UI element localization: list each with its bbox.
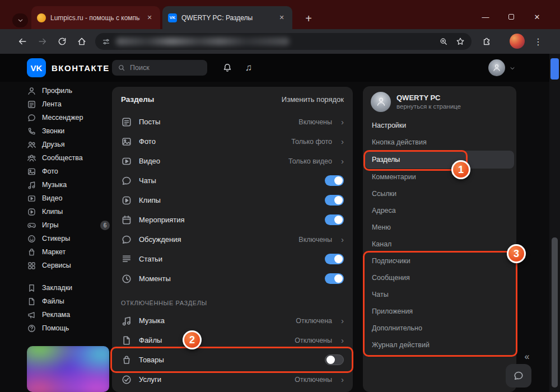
annotation-badge-1: 1 [451,160,470,179]
zoom-icon[interactable] [439,37,448,46]
section-row-events[interactable]: Мероприятия [112,210,353,230]
section-row-chats[interactable]: Чаты [112,171,353,190]
menu-item-links[interactable]: Ссылки [363,185,516,202]
tab-close-icon[interactable]: ✕ [144,13,155,23]
files-icon [121,335,132,346]
row-status: Включены [298,118,332,126]
toggle-clips[interactable] [325,195,344,206]
browser-tab-active[interactable]: VK QWERTY PC: Разделы ✕ [162,6,292,29]
sidebar-item-stickers[interactable]: Стикеры [27,232,110,245]
sidebar-item-clips[interactable]: Клипы [27,205,110,218]
section-row-discussions[interactable]: ОбсужденияВключены› [112,230,353,249]
menu-item-settings[interactable]: Настройки [363,117,516,134]
site-settings-icon[interactable] [102,38,110,46]
row-status: Только видео [288,157,332,165]
back-button[interactable] [13,32,31,50]
chevron-right-icon: › [341,336,344,344]
games-icon [27,221,36,230]
menu-item-addresses[interactable]: Адреса [363,202,516,219]
sidebar-label: Клипы [42,208,63,216]
sidebar-item-help[interactable]: Помощь [27,321,110,335]
sidebar-item-games[interactable]: Игры6 [27,218,110,232]
sidebar-item-video[interactable]: Видео [27,192,110,205]
sidebar-label: Музыка [42,181,67,189]
search-input[interactable]: Поиск [112,60,207,76]
chat-fab-button[interactable] [506,364,531,388]
sidebar-item-friends[interactable]: Друзья [27,138,110,151]
menu-item-menu[interactable]: Меню [363,219,516,236]
video-icon [121,156,132,167]
window-close-button[interactable]: ✕ [524,8,550,26]
collapse-sidebar-button[interactable]: « [520,351,534,363]
chevron-right-icon: › [341,375,344,384]
row-label: Мероприятия [139,216,318,224]
section-row-photos[interactable]: ФотоТолько фото› [112,132,353,151]
sidebar-item-messenger[interactable]: Мессенджер [27,111,110,124]
vk-profile-avatar[interactable] [488,59,505,76]
promo-image[interactable] [27,346,109,392]
sidebar-item-calls[interactable]: Звонки [27,124,110,138]
community-profile-block[interactable]: QWERTY PC вернуться к странице [363,86,516,117]
sidebar-item-bookmarks[interactable]: Закладки [27,281,110,295]
friends-icon [27,140,36,150]
toggle-moments[interactable] [325,273,344,284]
section-row-clips[interactable]: Клипы [112,190,353,210]
toggle-articles[interactable] [325,254,344,264]
scrollbar-thumb[interactable] [552,237,558,388]
sidebar-item-communities[interactable]: Сообщества [27,151,110,165]
clips-icon [121,195,132,206]
bookmark-star-icon[interactable] [456,37,465,46]
promo-image-blur [27,346,109,392]
sidebar-item-ads[interactable]: Реклама [27,308,110,321]
section-row-video[interactable]: ВидеоТолько видео› [112,151,353,171]
sidebar-label: Сообщества [42,154,83,162]
menu-item-action-button[interactable]: Кнопка действия [363,134,516,151]
back-to-page-link[interactable]: вернуться к странице [396,103,461,110]
section-row-articles[interactable]: Статьи [112,249,353,269]
reorder-link[interactable]: Изменить порядок [282,95,344,104]
notifications-bell-icon[interactable] [220,60,235,76]
extensions-icon[interactable] [478,32,496,50]
window-maximize-button[interactable] [498,8,524,26]
menu-item-channel[interactable]: Канал [363,236,516,253]
sidebar-label: Друзья [42,141,65,148]
toggle-chats[interactable] [325,175,344,186]
home-button[interactable] [73,32,91,50]
vk-logo[interactable]: VK [27,58,46,77]
sidebar-item-profile[interactable]: Профиль [27,84,110,97]
sidebar-item-feed[interactable]: Лента [27,97,110,111]
browser-tabstrip: Lumpics.ru - помощь с компью ✕ VK QWERTY… [0,0,560,29]
section-row-music[interactable]: МузыкаОтключена› [112,311,353,330]
vk-sidebar: Профиль Лента Мессенджер Звонки Друзья С… [27,84,110,335]
sidebar-item-music[interactable]: Музыка [27,178,110,192]
chevron-down-icon[interactable] [508,64,516,72]
window-minimize-button[interactable]: — [473,8,498,26]
browser-profile-avatar[interactable] [510,34,525,49]
tab-search-button[interactable] [12,13,28,27]
music-icon[interactable]: ♫ [241,60,256,76]
row-label: Чаты [139,176,318,185]
section-row-posts[interactable]: ПостыВключены› [112,112,353,132]
scrollbar[interactable] [549,54,560,392]
address-bar[interactable] [95,33,472,50]
tab-close-icon[interactable]: ✕ [277,13,287,23]
browser-tab-inactive[interactable]: Lumpics.ru - помощь с компью ✕ [31,6,160,29]
forward-button[interactable] [34,32,52,50]
row-status: Отключены [295,337,332,344]
posts-icon [121,116,132,128]
section-row-moments[interactable]: Моменты [112,269,353,288]
sidebar-item-services[interactable]: Сервисы [27,259,110,272]
row-label: Статьи [139,255,318,263]
disabled-sections-header: ОТКЛЮЧЁННЫЕ РАЗДЕЛЫ [112,288,353,311]
browser-menu-icon[interactable]: ⋮ [530,32,547,50]
sidebar-item-photos[interactable]: Фото [27,165,110,178]
reload-button[interactable] [53,32,71,50]
moments-icon [121,273,132,284]
menu-item-comments[interactable]: Комментарии [363,169,516,185]
communities-icon [27,153,36,163]
new-tab-button[interactable]: + [300,10,317,27]
toggle-events[interactable] [325,214,344,225]
sidebar-item-files[interactable]: Файлы [27,295,110,308]
messenger-icon [27,113,36,123]
sidebar-item-market[interactable]: Маркет [27,245,110,259]
